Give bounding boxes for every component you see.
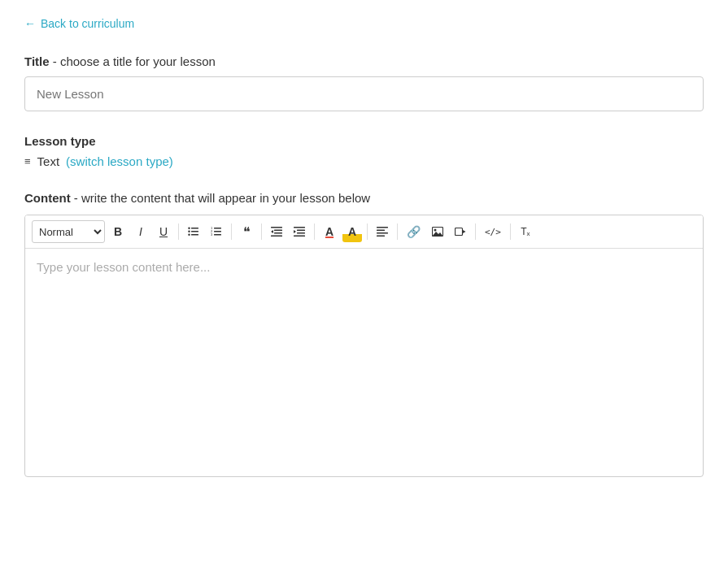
lesson-type-heading: Lesson type [24, 134, 704, 148]
svg-rect-24 [377, 232, 388, 234]
svg-rect-29 [456, 228, 463, 236]
svg-rect-15 [271, 236, 282, 237]
svg-marker-30 [463, 230, 466, 233]
svg-rect-23 [377, 230, 385, 232]
svg-point-4 [188, 231, 190, 232]
toolbar-divider-7 [475, 224, 476, 240]
indent-left-button[interactable] [267, 221, 286, 242]
underline-button[interactable]: U [154, 221, 173, 242]
editor-content[interactable]: Type your lesson content here... [25, 249, 703, 476]
editor-placeholder: Type your lesson content here... [37, 260, 210, 274]
lesson-type-section: Lesson type ≡ Text (switch lesson type) [24, 134, 704, 168]
toolbar-divider-1 [178, 224, 179, 240]
title-section-label: Title - choose a title for your lesson [24, 54, 704, 68]
lesson-type-text: Text [37, 154, 60, 168]
svg-point-27 [434, 229, 437, 232]
svg-point-5 [188, 234, 190, 236]
svg-rect-19 [297, 232, 305, 234]
code-button[interactable]: </> [481, 221, 505, 242]
svg-rect-25 [377, 236, 385, 237]
bullet-list-button[interactable] [184, 221, 203, 242]
text-color-button[interactable]: A [320, 221, 339, 242]
indent-right-button[interactable] [290, 221, 309, 242]
svg-rect-14 [274, 232, 282, 234]
toolbar-divider-6 [397, 224, 398, 240]
svg-rect-22 [377, 227, 388, 228]
align-icon [377, 226, 388, 237]
svg-rect-20 [294, 236, 305, 237]
toolbar-divider-4 [314, 224, 315, 240]
bullet-list-icon [188, 226, 199, 237]
italic-button[interactable]: I [131, 221, 150, 242]
title-input[interactable] [24, 76, 704, 111]
link-button[interactable]: 🔗 [403, 221, 425, 242]
svg-rect-2 [191, 234, 198, 236]
content-section: Content - write the content that will ap… [24, 191, 704, 477]
svg-rect-7 [214, 231, 221, 232]
svg-marker-21 [294, 230, 296, 233]
svg-rect-12 [271, 227, 282, 228]
video-button[interactable] [451, 221, 470, 242]
image-icon [432, 226, 443, 237]
ordered-list-button[interactable]: 1 2 3 [207, 221, 226, 242]
svg-rect-1 [191, 231, 198, 232]
content-label: Content - write the content that will ap… [24, 191, 704, 205]
switch-lesson-type-link[interactable]: (switch lesson type) [66, 154, 173, 168]
toolbar-divider-8 [510, 224, 511, 240]
svg-rect-18 [297, 230, 305, 232]
svg-rect-6 [214, 228, 221, 229]
toolbar-divider-2 [231, 224, 232, 240]
svg-rect-8 [214, 234, 221, 236]
svg-rect-17 [294, 227, 305, 228]
bold-button[interactable]: B [108, 221, 128, 242]
svg-marker-16 [271, 230, 273, 233]
svg-marker-28 [433, 232, 443, 237]
back-to-curriculum-link[interactable]: ← Back to curriculum [24, 17, 134, 30]
svg-rect-13 [274, 230, 282, 232]
indent-right-icon [294, 226, 305, 237]
svg-text:3: 3 [211, 232, 213, 237]
highlight-button[interactable]: A [342, 221, 362, 242]
video-icon [455, 226, 466, 237]
format-select[interactable]: Normal Heading 1 Heading 2 Heading 3 Hea… [32, 220, 105, 243]
blockquote-button[interactable]: ❝ [237, 221, 256, 242]
editor-wrapper: Normal Heading 1 Heading 2 Heading 3 Hea… [24, 215, 704, 477]
image-button[interactable] [428, 221, 447, 242]
svg-point-3 [188, 228, 190, 229]
svg-rect-0 [191, 228, 198, 229]
align-button[interactable] [373, 221, 392, 242]
editor-toolbar: Normal Heading 1 Heading 2 Heading 3 Hea… [25, 215, 703, 249]
back-link-label: Back to curriculum [41, 17, 134, 30]
ordered-list-icon: 1 2 3 [211, 226, 222, 237]
toolbar-divider-3 [261, 224, 262, 240]
text-type-icon: ≡ [24, 155, 31, 167]
toolbar-divider-5 [367, 224, 368, 240]
clear-format-button[interactable]: Tx [516, 221, 535, 242]
indent-left-icon [271, 226, 282, 237]
back-arrow-icon: ← [24, 17, 36, 30]
